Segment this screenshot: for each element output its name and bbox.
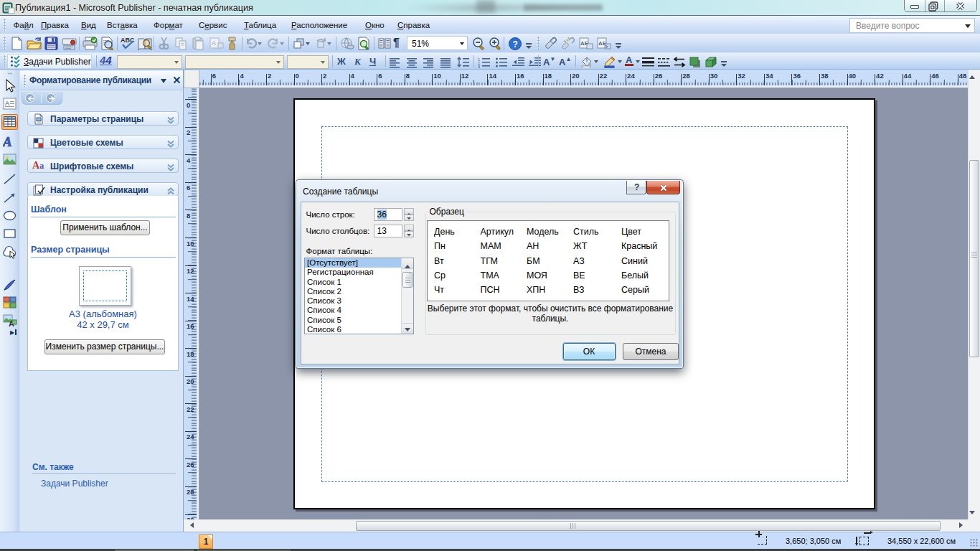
svg-text:3: 3 [478, 65, 480, 69]
svg-text:ABC: ABC [121, 37, 135, 44]
svg-text:A: A [212, 39, 216, 47]
svg-text:A: A [3, 134, 12, 149]
svg-text:?: ? [513, 39, 518, 50]
svg-text:A: A [5, 100, 9, 107]
